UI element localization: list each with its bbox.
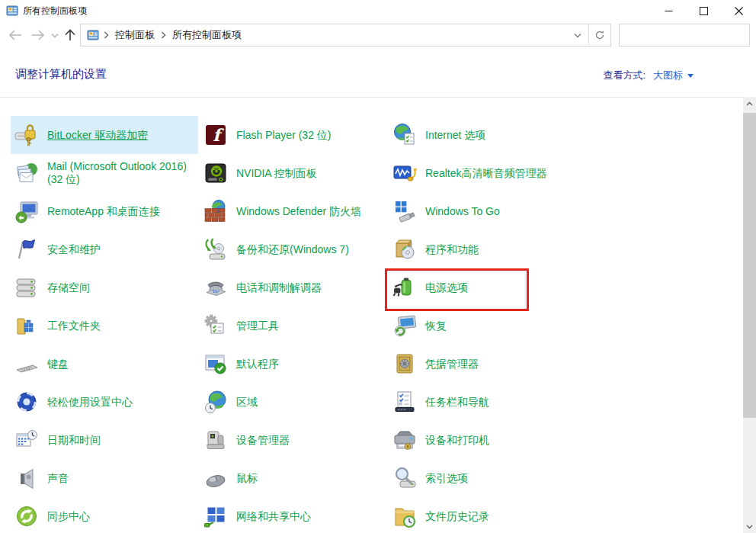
- refresh-icon[interactable]: [589, 24, 610, 46]
- work-folders-icon: [14, 313, 39, 338]
- items-column: BitLocker 驱动器加密Mail (Microsoft Outlook 2…: [11, 116, 198, 533]
- item-label: 凭据管理器: [425, 358, 479, 371]
- search-box[interactable]: [619, 24, 750, 47]
- backup-restore-icon: [203, 237, 228, 262]
- minimize-button[interactable]: [651, 0, 686, 21]
- control-panel-item[interactable]: 凭据管理器: [389, 345, 576, 383]
- control-panel-item[interactable]: NVIDIA 控制面板: [200, 154, 387, 192]
- nvidia-icon: [203, 161, 228, 185]
- maximize-button[interactable]: [686, 0, 721, 21]
- item-label: 声音: [47, 472, 69, 485]
- date-time-icon: [14, 428, 39, 452]
- scrollbar-up-icon[interactable]: [743, 97, 756, 110]
- item-label: 网络和共享中心: [236, 510, 311, 523]
- control-panel-item[interactable]: 鼠标: [200, 459, 387, 497]
- item-label: 工作文件夹: [47, 319, 101, 332]
- scrollbar-thumb[interactable]: [743, 113, 756, 418]
- control-panel-item[interactable]: 键盘: [11, 345, 198, 383]
- windows-defender-firewall-icon: [203, 199, 228, 223]
- control-panel-item[interactable]: 管理工具: [200, 307, 387, 345]
- view-by-control: 查看方式: 大图标: [603, 69, 694, 82]
- control-panel-item[interactable]: 日期和时间: [11, 421, 198, 459]
- page-title: 调整计算机的设置: [15, 67, 107, 82]
- control-panel-item[interactable]: 网络和共享中心: [200, 497, 387, 533]
- breadcrumb-all-items[interactable]: 所有控制面板项: [171, 28, 243, 42]
- control-panel-item[interactable]: 电话和调制解调器: [200, 268, 387, 307]
- control-panel-item[interactable]: Internet 选项: [389, 116, 576, 154]
- control-panel-item[interactable]: RemoteApp 和桌面连接: [11, 192, 198, 230]
- item-label: 轻松使用设置中心: [47, 396, 133, 409]
- devices-printers-icon: [392, 428, 417, 452]
- item-label: Flash Player (32 位): [236, 129, 331, 142]
- items-grid: BitLocker 驱动器加密Mail (Microsoft Outlook 2…: [0, 98, 743, 533]
- control-panel-item[interactable]: Windows To Go: [389, 192, 576, 230]
- item-label: RemoteApp 和桌面连接: [47, 205, 160, 218]
- item-label: 安全和维护: [47, 243, 101, 256]
- item-label: 管理工具: [236, 319, 279, 332]
- items-column: Internet 选项Realtek高清晰音频管理器Windows To Go程…: [389, 116, 576, 533]
- flash-player-icon: f: [203, 123, 228, 147]
- item-label: NVIDIA 控制面板: [236, 167, 317, 180]
- control-panel-item[interactable]: fFlash Player (32 位): [200, 116, 387, 154]
- control-panel-item[interactable]: 声音: [11, 459, 198, 497]
- control-panel-item[interactable]: Mail (Microsoft Outlook 2016) (32 位): [11, 154, 198, 192]
- item-label: Realtek高清晰音频管理器: [425, 167, 546, 180]
- up-button[interactable]: [61, 21, 79, 49]
- control-panel-item[interactable]: 轻松使用设置中心: [11, 383, 198, 421]
- close-button[interactable]: [721, 0, 756, 21]
- forward-button[interactable]: [27, 21, 49, 49]
- control-panel-item[interactable]: 存储空间: [11, 268, 198, 307]
- region-globe-clock-icon: [203, 390, 228, 414]
- control-panel-item[interactable]: 区域: [200, 383, 387, 421]
- control-panel-item[interactable]: 恢复: [389, 307, 576, 345]
- item-label: 存储空间: [47, 281, 90, 294]
- mouse-icon: [203, 466, 228, 490]
- item-label: Internet 选项: [425, 129, 485, 142]
- view-by-value[interactable]: 大图标: [653, 69, 683, 82]
- item-label: 默认程序: [236, 358, 279, 371]
- admin-tools-icon: [203, 313, 228, 338]
- taskbar-navigation-icon: [392, 390, 417, 414]
- file-history-icon: [392, 504, 417, 528]
- control-panel-item[interactable]: 程序和功能: [389, 230, 576, 268]
- vertical-scrollbar[interactable]: [743, 97, 756, 533]
- control-panel-item[interactable]: 安全和维护: [11, 230, 198, 268]
- item-label: 区域: [236, 396, 258, 409]
- windows-to-go-icon: [392, 199, 417, 223]
- default-programs-icon: [203, 352, 228, 376]
- recent-pages-chevron-icon[interactable]: [47, 21, 62, 49]
- device-manager-icon: [203, 428, 228, 452]
- items-column: fFlash Player (32 位)NVIDIA 控制面板Windows D…: [200, 116, 387, 533]
- control-panel-item[interactable]: Windows Defender 防火墙: [200, 192, 387, 230]
- back-button[interactable]: [5, 21, 26, 49]
- address-dropdown-chevron-icon[interactable]: [567, 24, 588, 46]
- item-label: 设备和打印机: [425, 434, 489, 447]
- sound-speaker-icon: [14, 466, 39, 490]
- control-panel-item[interactable]: 备份和还原(Windows 7): [200, 230, 387, 268]
- control-panel-item[interactable]: 设备和打印机: [389, 421, 576, 459]
- control-panel-item[interactable]: 文件历史记录: [389, 497, 576, 533]
- breadcrumb-control-panel[interactable]: 控制面板: [114, 28, 156, 42]
- control-panel-item[interactable]: 工作文件夹: [11, 307, 198, 345]
- credential-manager-icon: [392, 352, 417, 376]
- control-panel-item[interactable]: BitLocker 驱动器加密: [11, 116, 198, 154]
- item-label: 任务栏和导航: [425, 396, 489, 409]
- scrollbar-down-icon[interactable]: [743, 520, 756, 533]
- view-by-dropdown-triangle-icon[interactable]: [687, 74, 694, 78]
- ease-of-access-icon: [14, 390, 39, 414]
- search-input[interactable]: [624, 25, 756, 45]
- realtek-audio-icon: [392, 161, 417, 185]
- control-panel-item[interactable]: 电源选项: [389, 268, 576, 307]
- window-title: 所有控制面板项: [23, 5, 87, 18]
- control-panel-item[interactable]: 索引选项: [389, 459, 576, 497]
- control-panel-item[interactable]: 任务栏和导航: [389, 383, 576, 421]
- item-label: 电源选项: [425, 281, 468, 294]
- control-panel-item[interactable]: 设备管理器: [200, 421, 387, 459]
- chevron-right-icon: [161, 31, 166, 39]
- storage-spaces-icon: [14, 275, 39, 300]
- control-panel-item[interactable]: Realtek高清晰音频管理器: [389, 154, 576, 192]
- control-panel-item[interactable]: 默认程序: [200, 345, 387, 383]
- control-panel-item[interactable]: 同步中心: [11, 497, 198, 533]
- address-bar[interactable]: 控制面板 所有控制面板项: [80, 24, 611, 47]
- bitlocker-drive-lock-icon: [14, 123, 39, 147]
